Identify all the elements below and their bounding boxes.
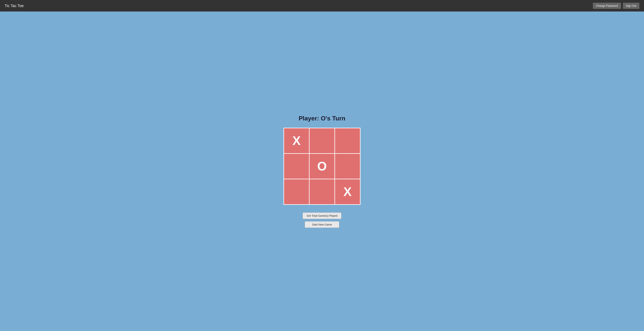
cell-4[interactable]: O <box>310 154 334 179</box>
main-content: Player: O's Turn XOX Get Total Game(s) P… <box>0 12 644 331</box>
sign-out-button[interactable]: Sign Out <box>623 3 640 9</box>
game-board: XOX <box>284 128 360 205</box>
navbar: Tic Tac Toe Change Password Sign Out <box>0 0 644 12</box>
cell-1[interactable] <box>310 128 334 153</box>
app-title: Tic Tac Toe <box>4 4 24 8</box>
cell-2[interactable] <box>335 128 360 153</box>
player-turn-label: Player: O's Turn <box>298 115 346 122</box>
get-total-games-button[interactable]: Get Total Game(s) Played <box>303 212 342 219</box>
cell-7[interactable] <box>310 179 334 204</box>
cell-5[interactable] <box>335 154 360 179</box>
cell-3[interactable] <box>284 154 309 179</box>
cell-6[interactable] <box>284 179 309 204</box>
cell-8[interactable]: X <box>335 179 360 204</box>
game-actions: Get Total Game(s) Played Start New Game <box>303 212 342 228</box>
start-new-game-button[interactable]: Start New Game <box>305 221 339 228</box>
navbar-actions: Change Password Sign Out <box>593 3 640 9</box>
cell-0[interactable]: X <box>284 128 309 153</box>
change-password-button[interactable]: Change Password <box>593 3 621 9</box>
